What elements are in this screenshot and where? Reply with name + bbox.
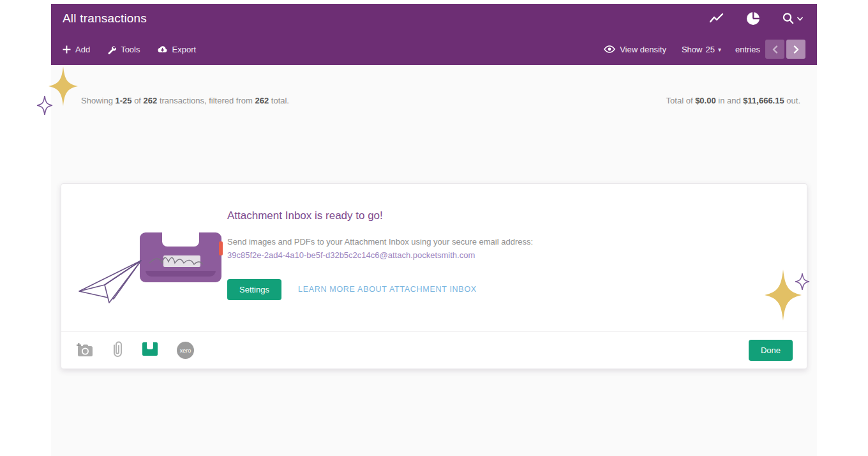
- done-button[interactable]: Done: [749, 340, 793, 361]
- next-page-button[interactable]: [786, 40, 805, 59]
- card-actions: Settings LEARN MORE ABOUT ATTACHMENT INB…: [227, 279, 781, 300]
- card-text: Attachment Inbox is ready to go! Send im…: [227, 209, 781, 310]
- add-button[interactable]: Add: [63, 45, 90, 54]
- page-size-caret-icon: ▾: [718, 46, 721, 53]
- camera-icon[interactable]: [75, 342, 93, 360]
- attachment-inbox-illustration: [74, 209, 227, 310]
- cloud-download-icon: [157, 45, 168, 54]
- card-description: Send images and PDFs to your Attachment …: [227, 235, 781, 248]
- title-row: All transactions: [51, 4, 817, 33]
- header-icon-group: [709, 11, 803, 26]
- plus-icon: [63, 45, 71, 54]
- trend-chart-icon[interactable]: [709, 13, 724, 24]
- pagination: [765, 40, 805, 59]
- settings-button[interactable]: Settings: [227, 279, 281, 300]
- attachment-inbox-card: Attachment Inbox is ready to go! Send im…: [61, 183, 807, 369]
- toolbar-row: Add Tools Export View density: [51, 33, 817, 65]
- view-density-button[interactable]: View density: [604, 45, 666, 54]
- page: All transactions: [0, 0, 868, 456]
- done-wrap: Done: [749, 340, 793, 361]
- summary-row: Showing 1-25 of 262 transactions, filter…: [51, 65, 817, 122]
- chevron-right-icon: [793, 45, 799, 54]
- add-label: Add: [75, 45, 90, 54]
- search-caret-icon: [797, 17, 803, 21]
- card-body: Attachment Inbox is ready to go! Send im…: [61, 184, 807, 331]
- entries-label: entries: [735, 45, 760, 54]
- showing-summary: Showing 1-25 of 262 transactions, filter…: [81, 96, 289, 105]
- prev-page-button[interactable]: [765, 40, 784, 59]
- export-button[interactable]: Export: [157, 45, 197, 54]
- page-size-select[interactable]: Show 25 ▾: [682, 45, 721, 54]
- inbox-icon[interactable]: [142, 342, 158, 358]
- content-column: All transactions: [51, 0, 817, 456]
- totals-summary: Total of $0.00 in and $11,666.15 out.: [666, 96, 800, 105]
- tools-button[interactable]: Tools: [107, 45, 140, 54]
- chevron-left-icon: [772, 45, 778, 54]
- attachment-email: 39c85f2e-2ad4-4a10-be5f-d32b5c2c14c6@att…: [227, 248, 781, 262]
- show-label: Show: [682, 45, 703, 54]
- card-footer: xero Done: [61, 331, 807, 369]
- pie-chart-icon[interactable]: [746, 11, 760, 26]
- export-label: Export: [172, 45, 197, 54]
- eye-icon: [604, 45, 615, 53]
- wrench-icon: [107, 45, 116, 54]
- attachment-tools: xero: [75, 341, 194, 360]
- toolbar-right: View density Show 25 ▾ entries: [604, 40, 805, 59]
- top-bar: All transactions: [51, 4, 817, 65]
- xero-icon[interactable]: xero: [177, 342, 194, 359]
- learn-more-link[interactable]: LEARN MORE ABOUT ATTACHMENT INBOX: [298, 285, 477, 294]
- card-title: Attachment Inbox is ready to go!: [227, 209, 781, 222]
- search-icon[interactable]: [782, 12, 803, 25]
- page-title: All transactions: [63, 11, 147, 26]
- paperclip-icon[interactable]: [112, 341, 123, 360]
- view-density-label: View density: [620, 45, 666, 54]
- tools-label: Tools: [121, 45, 140, 54]
- page-size-value: 25: [705, 45, 714, 54]
